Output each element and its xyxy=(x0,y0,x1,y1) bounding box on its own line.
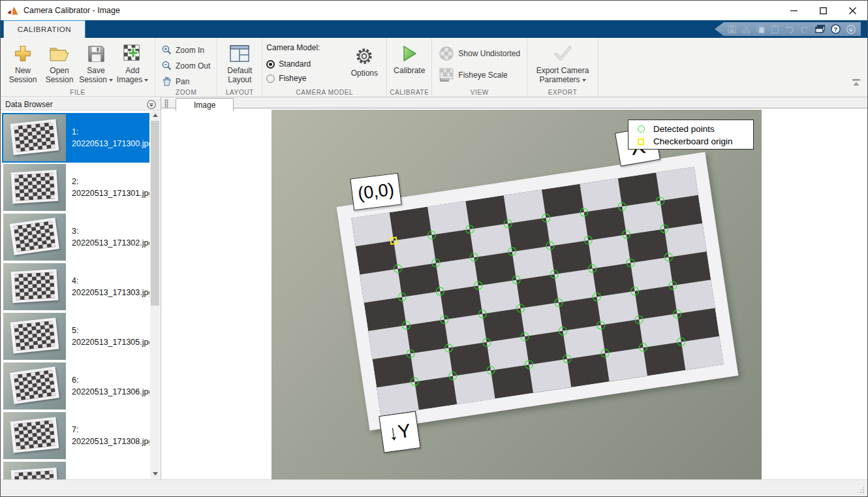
tab-image-label: Image xyxy=(194,101,215,110)
thumbnail-checkerboard xyxy=(14,172,55,201)
list-item[interactable]: 3: 20220513_171302.jpg xyxy=(2,212,149,262)
image-thumbnail xyxy=(3,362,66,409)
radio-standard-control[interactable] xyxy=(266,60,275,69)
window-title: Camera Calibrator - Image xyxy=(23,6,120,15)
save-icon[interactable] xyxy=(728,25,736,33)
show-undistorted-label: Show Undistorted xyxy=(458,49,520,58)
status-bar xyxy=(1,479,867,496)
redo-icon[interactable] xyxy=(800,25,809,33)
zoom-in-button[interactable]: Zoom In xyxy=(159,42,213,57)
fisheye-scale-label: Fisheye Scale xyxy=(458,71,507,80)
zoom-out-button[interactable]: Zoom Out xyxy=(159,58,213,73)
open-session-button[interactable]: Open Session xyxy=(41,41,78,84)
export-camera-parameters-label: Export Camera Parameters xyxy=(531,66,594,84)
default-layout-label: Default Layout xyxy=(221,66,258,84)
section-label-file: FILE xyxy=(1,89,155,96)
save-session-icon xyxy=(87,44,106,63)
list-item[interactable]: 5: 20220513_171305.jpg xyxy=(2,312,149,361)
image-thumbnail xyxy=(3,462,66,479)
thumbnail-checkerboard xyxy=(14,370,56,401)
section-calibrate: Calibrate CALIBRATE xyxy=(387,38,432,97)
show-undistorted-button[interactable]: Show Undistorted xyxy=(436,46,523,61)
thumbnail-paper xyxy=(10,217,59,255)
image-filename: 20220513_171308.jpg xyxy=(72,437,149,446)
thumbnail-paper xyxy=(11,269,59,303)
export-camera-parameters-button[interactable]: Export Camera Parameters xyxy=(531,41,594,84)
pan-label: Pan xyxy=(176,77,189,86)
legend-row-detected-points: Detected points xyxy=(628,123,753,135)
add-images-button[interactable]: Add Images xyxy=(114,41,151,84)
list-item[interactable]: 6: 20220513_171306.jpg xyxy=(2,361,149,411)
tab-calibration[interactable]: CALIBRATION xyxy=(3,20,85,38)
cut-icon[interactable] xyxy=(742,25,751,33)
calibrate-button[interactable]: Calibrate xyxy=(391,41,427,75)
windows-layout-icon[interactable] xyxy=(815,25,825,33)
close-button[interactable] xyxy=(838,1,867,20)
scroll-up-icon xyxy=(153,114,158,117)
paste-icon[interactable] xyxy=(771,25,779,33)
radio-fisheye-label: Fisheye xyxy=(279,74,306,83)
image-thumbnail xyxy=(3,313,66,360)
legend-row-checkerboard-origin: Checkerboard origin xyxy=(628,135,753,148)
pan-button[interactable]: Pan xyxy=(159,74,213,89)
qat-more-icon[interactable] xyxy=(846,25,856,34)
thumbnail-paper xyxy=(11,468,59,479)
origin-swatch-icon xyxy=(638,138,644,145)
scroll-up-button[interactable] xyxy=(150,110,160,120)
radio-fisheye-control[interactable] xyxy=(266,74,275,83)
radio-fisheye[interactable]: Fisheye xyxy=(266,71,346,86)
ribbon-tab-strip: CALIBRATION ? xyxy=(1,20,867,38)
image-index: 1: xyxy=(72,127,149,136)
default-layout-button[interactable]: Default Layout xyxy=(221,41,258,84)
section-file: New Session Open Session Save Session Ad… xyxy=(1,38,155,97)
data-browser-scrollbar[interactable] xyxy=(150,110,160,479)
list-item[interactable]: 7: 20220513_171308.jpg xyxy=(2,411,149,460)
thumbnail-checkerboard xyxy=(14,420,55,450)
section-export: Export Camera Parameters EXPORT xyxy=(527,38,598,97)
radio-standard[interactable]: Standard xyxy=(266,57,346,71)
thumbnail-paper xyxy=(10,366,59,404)
tab-image[interactable]: Image xyxy=(176,98,234,111)
image-filename: 20220513_171306.jpg xyxy=(72,387,149,396)
list-item[interactable]: 4: 20220513_171303.jpg xyxy=(2,262,149,312)
list-item[interactable]: 2: 20220513_171301.jpg xyxy=(2,163,149,212)
maximize-button[interactable] xyxy=(809,1,838,20)
new-session-button[interactable]: New Session xyxy=(5,41,41,84)
help-icon[interactable]: ? xyxy=(831,24,841,34)
data-browser-menu-icon[interactable] xyxy=(147,100,156,109)
quick-access-toolbar: ? xyxy=(715,22,861,36)
image-thumbnail xyxy=(3,114,66,161)
image-thumbnail xyxy=(3,263,66,310)
minimize-ribbon-button[interactable] xyxy=(852,77,861,89)
section-camera-model: Camera Model: Standard Fisheye Options C… xyxy=(262,38,387,97)
document-area: Image (0,0) X ↓Y Detected points Che xyxy=(161,97,867,479)
thumbnail-paper xyxy=(10,317,59,353)
image-index: 2: xyxy=(72,177,149,186)
save-session-caret xyxy=(109,79,113,82)
show-undistorted-icon xyxy=(439,46,454,61)
copy-icon[interactable] xyxy=(756,25,765,33)
list-item[interactable]: 1: 20220513_171300.jpg xyxy=(2,113,149,163)
fisheye-scale-button[interactable]: Fisheye Scale xyxy=(436,67,523,82)
section-layout: Default Layout LAYOUT xyxy=(217,38,262,97)
tab-bar-grip[interactable] xyxy=(164,99,168,108)
section-label-view: VIEW xyxy=(432,89,527,96)
save-session-button[interactable]: Save Session xyxy=(78,41,114,84)
list-item[interactable]: 8: xyxy=(2,460,149,479)
default-layout-icon xyxy=(230,45,249,62)
undo-icon[interactable] xyxy=(785,25,794,33)
image-filename: 20220513_171305.jpg xyxy=(72,338,149,347)
scroll-down-icon xyxy=(153,472,158,475)
ribbon: New Session Open Session Save Session Ad… xyxy=(1,38,867,97)
save-session-label: Save Session xyxy=(78,66,114,84)
scroll-down-button[interactable] xyxy=(150,469,160,479)
scrollbar-thumb[interactable] xyxy=(151,121,159,306)
calibration-image-canvas: (0,0) X ↓Y Detected points Checkerboard … xyxy=(271,110,762,481)
resize-grip[interactable] xyxy=(857,486,865,494)
section-view: Show Undistorted Fisheye Scale VIEW xyxy=(432,38,527,97)
minimize-button[interactable] xyxy=(779,1,809,20)
options-button[interactable]: Options xyxy=(346,41,382,78)
pan-icon xyxy=(162,76,172,86)
calibrate-icon xyxy=(400,44,418,63)
data-browser-panel: Data Browser 1: 20220513_171300.jpg 2: 2… xyxy=(1,97,161,479)
